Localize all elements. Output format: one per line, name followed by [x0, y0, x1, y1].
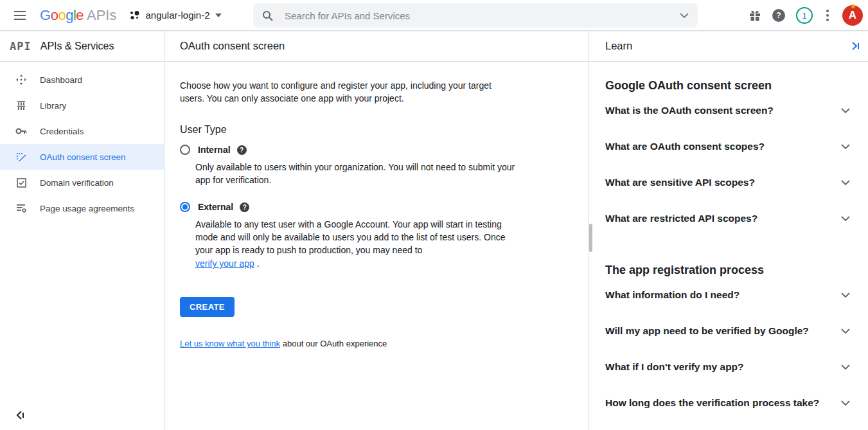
kebab-menu-icon[interactable] — [824, 7, 831, 24]
google-apis-logo[interactable]: Google APIs — [40, 7, 116, 24]
sidebar-item-page-usage-agreements[interactable]: Page usage agreements — [0, 195, 164, 221]
learn-item[interactable]: How long does the verification process t… — [605, 385, 850, 421]
logo-letter: o — [51, 7, 58, 24]
learn-title: Learn — [605, 40, 632, 52]
learn-body: Google OAuth consent screen What is the … — [589, 62, 868, 430]
radio-external[interactable]: External ? — [180, 202, 573, 212]
chevron-down-icon — [841, 180, 850, 185]
avatar-letter: A — [849, 9, 856, 22]
sidebar-header: API APIs & Services — [0, 31, 164, 62]
sidebar-title: APIs & Services — [40, 40, 114, 52]
page-title: OAuth consent screen — [164, 40, 285, 52]
feedback-link[interactable]: Let us know what you think — [180, 339, 280, 348]
learn-item[interactable]: Will my app need to be verified by Googl… — [605, 313, 850, 349]
learn-section-heading: Google OAuth consent screen — [605, 62, 850, 93]
main-header: OAuth consent screen — [164, 31, 589, 62]
sidebar-item-dashboard[interactable]: Dashboard — [0, 67, 164, 93]
learn-header: Learn — [589, 31, 868, 62]
verify-your-app-link[interactable]: verify your app — [195, 258, 254, 269]
learn-question: What is the OAuth consent screen? — [605, 105, 774, 116]
avatar[interactable]: A — [842, 5, 863, 26]
sidebar-item-label: Library — [40, 101, 66, 111]
collapse-sidebar-icon[interactable] — [15, 411, 25, 422]
logo-suffix: APIs — [87, 7, 116, 24]
sidebar: API APIs & Services Dashboard Library — [0, 31, 164, 430]
help-icon[interactable]: ? — [237, 145, 247, 155]
learn-item[interactable]: What are sensitive API scopes? — [605, 165, 850, 201]
main-panel: OAuth consent screen Choose how you want… — [164, 31, 589, 430]
key-icon — [15, 127, 27, 135]
sidebar-item-domain-verification[interactable]: Domain verification — [0, 170, 164, 195]
external-description-text: Available to any test user with a Google… — [195, 219, 506, 255]
help-icon[interactable]: ? — [240, 202, 249, 212]
external-description: Available to any test user with a Google… — [195, 218, 520, 270]
agreements-icon — [15, 204, 27, 213]
learn-question: What if I don't verify my app? — [605, 361, 744, 373]
dashboard-icon — [15, 75, 27, 85]
sidebar-item-library[interactable]: Library — [0, 93, 164, 118]
gift-icon[interactable] — [748, 9, 761, 22]
chevron-down-icon[interactable] — [680, 13, 689, 18]
domain-verification-icon — [15, 178, 27, 188]
learn-question: What are restricted API scopes? — [605, 213, 757, 224]
learn-question: What are OAuth consent scopes? — [605, 141, 765, 152]
chevron-down-icon — [841, 400, 850, 406]
logo-letter: g — [66, 7, 73, 24]
intro-text: Choose how you want to configure and reg… — [180, 79, 495, 105]
learn-panel: Learn Google OAuth consent screen What i… — [589, 31, 868, 430]
radio-label: Internal — [198, 145, 231, 155]
chevron-down-icon — [841, 144, 850, 149]
sidebar-item-label: Credentials — [40, 127, 84, 136]
chevron-down-icon — [841, 216, 850, 221]
topbar-actions: ? 1 A — [748, 0, 863, 31]
learn-item[interactable]: What are restricted API scopes? — [605, 201, 850, 237]
learn-item[interactable]: What are OAuth consent scopes? — [605, 129, 850, 165]
sidebar-item-oauth-consent-screen[interactable]: OAuth consent screen — [0, 144, 164, 170]
chevron-down-icon — [215, 13, 222, 17]
user-type-heading: User Type — [180, 124, 573, 136]
learn-item[interactable]: What is the OAuth consent screen? — [605, 93, 850, 129]
top-bar: Google APIs angular-login-2 Search for A… — [0, 0, 868, 31]
learn-section-heading: The app registration process — [605, 237, 850, 277]
radio-circle[interactable] — [180, 145, 190, 155]
learn-question: Will my app need to be verified by Googl… — [605, 325, 809, 337]
radio-internal[interactable]: Internal ? — [180, 145, 573, 155]
internal-description: Only available to users within your orga… — [195, 161, 520, 186]
search-placeholder: Search for APIs and Services — [285, 10, 680, 21]
logo-letter: e — [76, 7, 84, 24]
learn-item[interactable]: What information do I need? — [605, 277, 850, 313]
learn-item-partial[interactable]: How much does verification cost? — [605, 421, 850, 430]
chevron-down-icon — [841, 292, 850, 298]
link-suffix: . — [254, 258, 260, 269]
radio-circle-selected[interactable] — [180, 202, 190, 212]
sidebar-item-label: OAuth consent screen — [40, 152, 126, 162]
collapse-panel-icon[interactable] — [850, 41, 860, 51]
chevron-down-icon — [841, 108, 850, 113]
sidebar-items: Dashboard Library Credentials OAuth cons… — [0, 62, 164, 221]
project-icon — [129, 10, 140, 21]
notifications-badge[interactable]: 1 — [796, 7, 813, 24]
hamburger-menu-icon[interactable] — [12, 7, 28, 24]
chevron-down-icon — [841, 364, 850, 370]
scrollbar-thumb[interactable] — [589, 224, 592, 252]
feedback-rest: about our OAuth experience — [280, 339, 387, 348]
project-selector[interactable]: angular-login-2 — [129, 10, 221, 21]
learn-item[interactable]: What if I don't verify my app? — [605, 349, 850, 385]
search-icon — [262, 10, 273, 21]
radio-label: External — [198, 202, 233, 212]
sidebar-item-label: Page usage agreements — [40, 204, 134, 213]
feedback-line: Let us know what you think about our OAu… — [180, 339, 573, 348]
sidebar-item-credentials[interactable]: Credentials — [0, 118, 164, 144]
consent-screen-icon — [15, 152, 27, 162]
search-bar[interactable]: Search for APIs and Services — [253, 3, 698, 28]
chevron-down-icon — [841, 328, 850, 334]
help-icon[interactable]: ? — [772, 9, 785, 22]
create-button[interactable]: CREATE — [180, 297, 235, 317]
learn-question: How long does the verification process t… — [605, 397, 819, 409]
logo-letter: o — [58, 7, 66, 24]
logo-letter: G — [40, 7, 51, 24]
project-name: angular-login-2 — [145, 10, 209, 21]
main-content: Choose how you want to configure and reg… — [164, 62, 589, 348]
sidebar-item-label: Domain verification — [40, 178, 114, 188]
library-icon — [15, 100, 27, 111]
